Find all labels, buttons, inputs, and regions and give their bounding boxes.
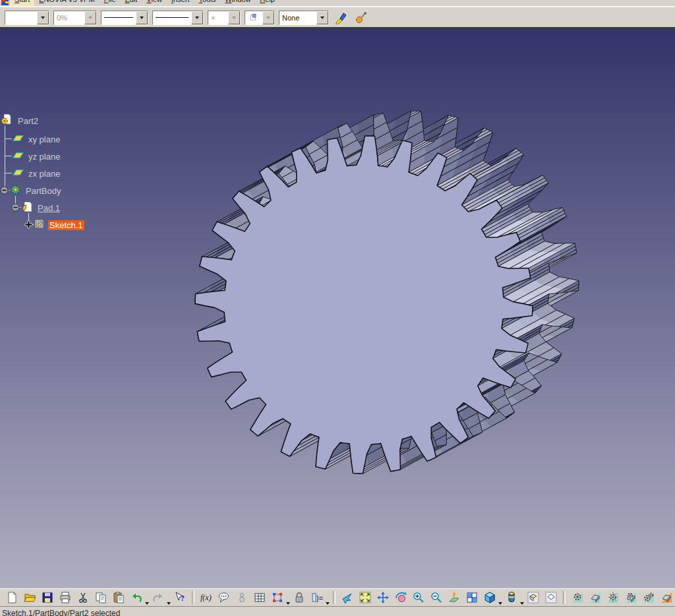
line-type-combo-value	[153, 11, 191, 24]
render-style-combo-dropdown-button[interactable]	[262, 11, 274, 24]
point-symbol-combo-dropdown-button[interactable]	[228, 11, 240, 24]
fly-mode-icon[interactable]	[339, 590, 355, 605]
zoom-in-icon[interactable]	[411, 590, 426, 605]
tree-node-zx-plane[interactable]: zx plane	[12, 167, 61, 180]
point-symbol-combo[interactable]: ×	[208, 11, 241, 25]
equivalent-dimensions-icon[interactable]: }=	[309, 590, 325, 605]
fill-color-combo-value	[5, 11, 37, 24]
specification-tree: Part2xy planeyz planezx planePartBodyPad…	[0, 27, 171, 238]
tree-node-yz-plane[interactable]: yz plane	[12, 150, 61, 163]
menu-enovia-v5-vpm[interactable]: ENOVIA V5 VPM	[34, 0, 99, 6]
gear-sheet-workbench-icon[interactable]	[623, 590, 639, 605]
flyout-arrow-icon[interactable]	[520, 602, 524, 605]
fill-color-combo-dropdown-button[interactable]	[37, 11, 49, 24]
tree-node-label: Part2	[16, 116, 40, 126]
cut-icon[interactable]	[75, 590, 91, 605]
status-bar: Sketch.1/PartBody/Part2 selected	[0, 606, 675, 616]
painter-icon[interactable]	[333, 11, 349, 25]
flyout-arrow-icon[interactable]	[145, 602, 149, 605]
tree-expander-minus-pad-1[interactable]	[11, 203, 20, 212]
tree-node-partbody[interactable]: PartBody	[9, 184, 62, 197]
pan-icon[interactable]	[375, 590, 391, 605]
flyout-arrow-icon[interactable]	[326, 602, 330, 605]
tree-connector-line	[5, 173, 12, 173]
point-symbol-combo-value: ×	[208, 11, 228, 24]
layer-combo-dropdown-button[interactable]	[316, 11, 328, 24]
graphic-properties-toolbar: 0%×None	[0, 7, 675, 28]
flyout-arrow-icon[interactable]	[167, 602, 171, 605]
gear-workbench-icon[interactable]	[570, 590, 585, 605]
catalog-icon[interactable]	[234, 590, 250, 605]
fit-all-in-icon[interactable]	[357, 590, 373, 605]
tree-expander-minus-partbody[interactable]	[0, 186, 9, 195]
menu-file[interactable]: File	[100, 0, 121, 6]
whats-this-icon[interactable]: ?	[172, 590, 188, 605]
gears-workbench-icon[interactable]	[641, 590, 657, 605]
menu-insert[interactable]: Insert	[167, 0, 194, 6]
toolbar-separator	[333, 591, 336, 604]
menu-view[interactable]: View	[142, 0, 167, 6]
tree-node-xy-plane[interactable]: xy plane	[12, 133, 61, 146]
line-type-combo[interactable]	[152, 11, 204, 25]
copy-icon[interactable]	[93, 590, 109, 605]
new-document-icon[interactable]	[4, 590, 20, 605]
menu-start[interactable]: Start	[10, 0, 34, 6]
lock-icon[interactable]	[291, 590, 307, 605]
plane-icon	[12, 149, 24, 164]
menu-bar-items: StartENOVIA V5 VPMFileEditViewInsertTool…	[0, 0, 675, 6]
plane-icon	[12, 132, 24, 146]
gear-spark-workbench-icon[interactable]	[605, 590, 621, 605]
application-icon	[1, 0, 10, 5]
transparency-combo[interactable]: 0%	[53, 11, 97, 25]
line-weight-combo[interactable]	[101, 11, 148, 25]
hidden-edges-view-icon[interactable]	[543, 590, 559, 605]
save-icon[interactable]	[40, 590, 55, 605]
open-folder-icon[interactable]	[22, 590, 38, 605]
tree-connector-line	[5, 139, 12, 139]
flyout-arrow-icon[interactable]	[286, 602, 290, 605]
render-style-icon[interactable]	[504, 590, 519, 605]
relations-icon[interactable]	[270, 590, 285, 605]
menu-help[interactable]: Help	[255, 0, 279, 6]
menu-tools[interactable]: Tools	[194, 0, 221, 6]
print-icon[interactable]	[57, 590, 73, 605]
multi-view-icon[interactable]	[464, 590, 480, 605]
formula-icon[interactable]: f(x)	[198, 590, 214, 605]
zoom-out-icon[interactable]	[428, 590, 444, 605]
design-table-icon[interactable]	[252, 590, 268, 605]
render-style-combo[interactable]	[245, 11, 275, 25]
menu-window[interactable]: Window	[220, 0, 255, 6]
tree-expander-plus-sketch-1[interactable]	[24, 220, 33, 229]
line-weight-combo-dropdown-button[interactable]	[136, 11, 148, 24]
sheet-workbench-icon[interactable]	[587, 590, 603, 605]
transparency-combo-value: 0%	[54, 11, 84, 24]
flyout-arrow-icon[interactable]	[498, 602, 502, 605]
rotate-icon[interactable]	[393, 590, 409, 605]
svg-text:}=: }=	[316, 594, 323, 602]
paste-icon[interactable]	[111, 590, 127, 605]
undo-icon[interactable]	[129, 590, 144, 605]
toolbar-separator	[563, 591, 566, 604]
sketch-icon	[33, 218, 45, 232]
graphic-wizard-icon[interactable]	[353, 11, 368, 25]
menu-bar: StartENOVIA V5 VPMFileEditViewInsertTool…	[0, 0, 675, 7]
shading-view-icon[interactable]	[525, 590, 541, 605]
isometric-view-icon[interactable]	[482, 590, 498, 605]
tree-node-label: yz plane	[27, 152, 61, 162]
knowledge-comment-icon[interactable]	[216, 590, 232, 605]
tree-node-pad-1[interactable]: Pad.1	[21, 201, 61, 214]
tree-node-part2[interactable]: Part2	[1, 114, 40, 127]
transparency-combo-dropdown-button[interactable]	[84, 11, 96, 24]
normal-view-icon[interactable]	[446, 590, 462, 605]
tree-node-sketch-1[interactable]: Sketch.1	[33, 218, 84, 231]
line-type-combo-dropdown-button[interactable]	[191, 11, 203, 24]
3d-viewport[interactable]: Part2xy planeyz planezx planePartBodyPad…	[0, 27, 675, 588]
plane-icon	[12, 166, 24, 181]
menu-edit[interactable]: Edit	[120, 0, 142, 6]
layer-combo[interactable]: None	[279, 11, 329, 25]
fill-color-combo[interactable]	[5, 11, 49, 25]
orange-sheet-workbench-icon[interactable]	[659, 590, 674, 605]
redo-icon[interactable]	[150, 590, 166, 605]
layer-combo-value: None	[279, 11, 316, 24]
part-icon	[1, 113, 14, 128]
